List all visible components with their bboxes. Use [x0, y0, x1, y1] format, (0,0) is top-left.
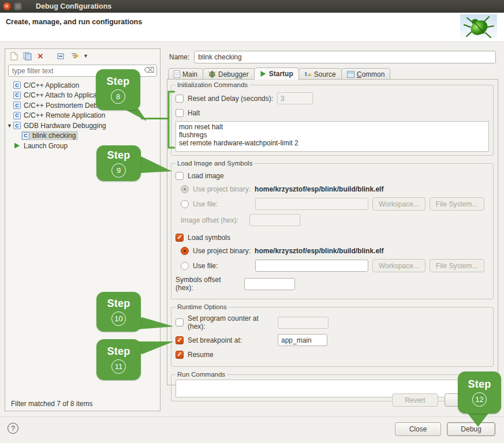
symbols-offset-label: Symbols offset (hex): — [176, 276, 240, 292]
tab-main[interactable]: Main — [168, 68, 203, 80]
load-image-checkbox[interactable] — [176, 172, 184, 180]
duplicate-configuration-icon[interactable] — [23, 51, 32, 61]
set-breakpoint-checkbox[interactable] — [176, 336, 184, 344]
reset-and-delay-label: Reset and Delay (seconds): — [188, 95, 273, 103]
maximize-window-icon[interactable] — [14, 2, 22, 10]
image-offset-label: Image offset (hex): — [181, 216, 245, 224]
step-10-badge: Step 10 — [96, 292, 141, 332]
halt-checkbox[interactable] — [176, 109, 184, 117]
step-word: Step — [107, 298, 130, 310]
collapse-all-icon[interactable] — [57, 51, 66, 61]
tab-source[interactable]: t Source — [298, 68, 342, 80]
titlebar: × Debug Configurations — [0, 0, 504, 13]
init-commands-textarea[interactable]: mon reset halt flushregs set remote hard… — [176, 121, 489, 152]
launch-group-icon — [13, 142, 21, 149]
svg-text:t: t — [305, 70, 307, 77]
tab-label: Debugger — [218, 70, 249, 78]
load-symbols-checkbox[interactable] — [176, 234, 184, 242]
tree-item-label: C/C++ Remote Application — [24, 111, 105, 119]
main-tab-icon — [174, 70, 180, 78]
image-use-project-binary-radio[interactable] — [181, 185, 189, 193]
step-number: 12 — [472, 392, 487, 407]
clear-filter-icon[interactable]: ⌫ — [144, 66, 155, 74]
tree-item-label: Launch Group — [24, 142, 68, 150]
symbols-file-input[interactable] — [255, 260, 368, 272]
image-offset-input[interactable] — [249, 214, 300, 226]
name-input[interactable] — [194, 51, 496, 63]
program-counter-input[interactable] — [278, 317, 328, 329]
debug-button[interactable]: Debug — [447, 422, 495, 436]
symbols-offset-input[interactable] — [244, 278, 295, 290]
filter-menu-arrow-icon[interactable]: ▼ — [83, 53, 88, 59]
tab-label: Startup — [269, 70, 293, 78]
step-word: Step — [468, 378, 491, 391]
runtime-options-group: Runtime Options Set program counter at (… — [171, 303, 494, 367]
set-breakpoint-label: Set breakpoint at: — [188, 336, 274, 344]
step-number: 9 — [111, 163, 126, 178]
filter-status: Filter matched 7 of 8 items — [11, 400, 92, 408]
close-button[interactable]: Close — [395, 422, 441, 436]
tab-common[interactable]: Common — [341, 68, 391, 80]
step-number: 8 — [111, 89, 125, 104]
step-number: 11 — [111, 359, 126, 374]
source-tab-icon: t — [304, 70, 312, 78]
tab-label: Source — [314, 70, 336, 78]
project-binary-path: home/krzysztof/esp/blink/build/blink.elf — [255, 247, 383, 255]
image-file-input[interactable] — [255, 198, 368, 210]
selected-tree-item: C blink checking — [21, 131, 78, 140]
name-row: Name: — [169, 51, 496, 63]
close-window-icon[interactable]: × — [3, 2, 11, 10]
c-application-icon: C — [22, 132, 29, 140]
halt-label: Halt — [188, 109, 200, 117]
image-file-system-button[interactable]: File System... — [430, 197, 484, 211]
tab-debugger[interactable]: Debugger — [203, 68, 255, 80]
startup-tab-content: Initialization Commands Reset and Delay … — [167, 79, 498, 385]
symbols-use-project-binary-radio[interactable] — [181, 247, 189, 255]
step-word: Step — [106, 76, 129, 88]
resume-label: Resume — [188, 351, 214, 359]
tree-item-blink-checking[interactable]: C blink checking — [5, 131, 160, 141]
startup-tab-icon — [260, 70, 267, 77]
symbols-use-file-radio[interactable] — [181, 262, 189, 270]
breakpoint-input[interactable] — [278, 334, 327, 346]
step-number: 10 — [111, 311, 126, 326]
run-commands-textarea[interactable] — [176, 380, 489, 397]
step-9-badge: Step 9 — [96, 145, 141, 181]
group-title: Initialization Commands — [176, 81, 249, 88]
load-image-and-symbols-group: Load Image and Symbols Load image Use pr… — [171, 160, 494, 299]
help-button[interactable]: ? — [8, 423, 18, 434]
image-use-file-radio[interactable] — [181, 200, 189, 208]
set-program-counter-label: Set program counter at (hex): — [188, 314, 274, 331]
tab-startup[interactable]: Startup — [254, 67, 299, 80]
resume-checkbox[interactable] — [176, 351, 184, 359]
reset-and-delay-checkbox[interactable] — [176, 95, 184, 103]
use-file-label: Use file: — [193, 262, 251, 270]
filter-icon[interactable] — [70, 51, 79, 61]
new-configuration-icon[interactable] — [9, 51, 18, 61]
symbols-workspace-button[interactable]: Workspace... — [372, 259, 425, 272]
chevron-down-icon[interactable]: ▼ — [7, 123, 13, 129]
tab-label: Common — [357, 70, 385, 78]
reset-delay-seconds-input[interactable] — [277, 92, 313, 104]
window-title: Debug Configurations — [36, 2, 111, 10]
use-file-label: Use file: — [193, 200, 251, 208]
configurations-toolbar: ✕ ▼ — [5, 49, 160, 63]
delete-configuration-icon[interactable]: ✕ — [36, 51, 45, 61]
configuration-detail-panel: Name: Main Debugger Startup t Source — [166, 48, 499, 415]
tree-item-gdb-hardware-debugging[interactable]: ▼ C GDB Hardware Debugging — [5, 121, 160, 131]
set-program-counter-checkbox[interactable] — [176, 318, 184, 326]
revert-button[interactable]: Revert — [392, 393, 438, 407]
c-application-icon: C — [13, 112, 21, 119]
c-application-icon: C — [13, 81, 21, 89]
image-workspace-button[interactable]: Workspace... — [372, 197, 425, 211]
tab-label: Main — [182, 70, 197, 78]
c-application-icon: C — [13, 102, 21, 109]
tree-item-label: blink checking — [32, 132, 76, 140]
dialog-header: Create, manage, and run configurations — [0, 13, 504, 42]
load-symbols-label: Load symbols — [188, 234, 230, 242]
debug-configurations-dialog: × Debug Configurations Create, manage, a… — [0, 0, 504, 443]
tree-item-cpp-remote[interactable]: C C/C++ Remote Application — [5, 111, 160, 121]
initialization-commands-group: Initialization Commands Reset and Delay … — [171, 81, 494, 156]
symbols-file-system-button[interactable]: File System... — [430, 259, 484, 272]
c-application-icon: C — [13, 92, 21, 99]
